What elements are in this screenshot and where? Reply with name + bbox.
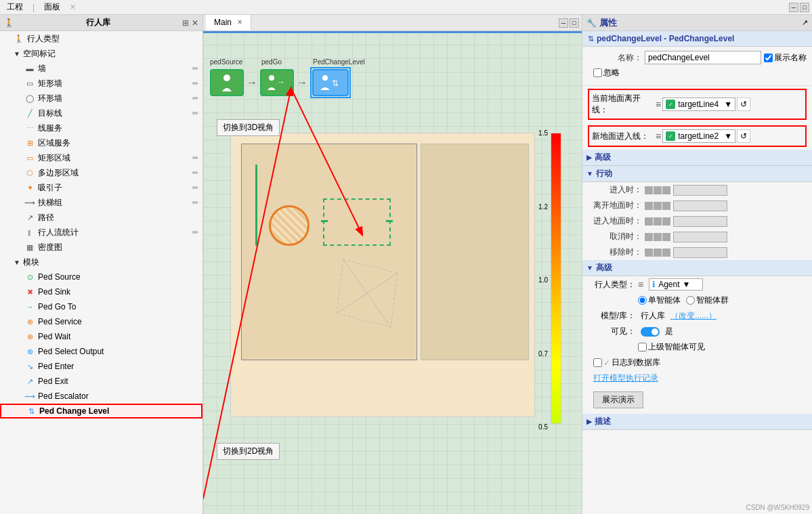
edit-rect-wall-icon[interactable]: ✏ xyxy=(192,79,198,88)
ped-escalator-icon: ⟿ xyxy=(24,391,35,402)
sidebar-item-space-markers[interactable]: ▼ 空间标记 xyxy=(0,46,202,61)
sidebar-item-line-service[interactable]: ⋯ 线服务 xyxy=(0,121,202,135)
sidebar-item-ped-wait[interactable]: ⊗ Ped Wait xyxy=(0,329,202,344)
edit-escalator-icon[interactable]: ✏ xyxy=(192,198,198,207)
advanced-section-1[interactable]: ▶ 高级 xyxy=(582,150,812,166)
model-library-value: 行人库 xyxy=(641,310,665,322)
sidebar-item-escalator[interactable]: ⟿ 扶梯组 ✏ xyxy=(0,195,202,210)
flow-icon: ⫿ xyxy=(24,227,35,238)
sidebar-item-ped-source[interactable]: ⊙ Ped Source xyxy=(0,270,202,284)
current-floor-refresh-button[interactable]: ↺ xyxy=(737,98,750,111)
remove-label: 移除时： xyxy=(588,247,642,258)
current-floor-controls: ≡ ✓ targetLine4 ▼ ↺ xyxy=(656,98,750,111)
sidebar-item-target-line[interactable]: ╱ 目标线 ✏ xyxy=(0,106,202,121)
current-floor-select[interactable]: ✓ targetLine4 ▼ xyxy=(662,98,735,111)
sidebar-item-ped-service[interactable]: ⊕ Ped Service xyxy=(0,314,202,329)
edit-attractor-icon[interactable]: ✏ xyxy=(192,184,198,192)
parent-visible-checkbox[interactable] xyxy=(638,343,647,351)
tab-main-close[interactable]: ✕ xyxy=(237,18,242,26)
sidebar-item-ped-enter[interactable]: ↘ Ped Enter xyxy=(0,359,202,374)
sidebar-item-density-map[interactable]: ▦ 密度图 xyxy=(0,240,202,255)
sidebar-item-circle-wall[interactable]: ◯ 环形墙 ✏ xyxy=(0,91,202,106)
sidebar-item-ped-select-output[interactable]: ⊛ Ped Select Output xyxy=(0,344,202,359)
sidebar-item-ped-escalator[interactable]: ⟿ Ped Escalator xyxy=(0,389,202,404)
change-model-link[interactable]: （改变......） xyxy=(670,310,717,322)
sidebar-item-pedestrian-types[interactable]: 🚶 行人类型 xyxy=(0,31,202,46)
canvas-area[interactable]: pedSource pedGo PedChangeLevel → → xyxy=(203,31,582,514)
agent-group-radio[interactable] xyxy=(686,296,695,305)
diagonal-shape xyxy=(337,253,404,334)
sidebar-item-ped-flow[interactable]: ⫿ 行人流统计 ✏ xyxy=(0,225,202,240)
sidebar-item-ped-go-to[interactable]: → Ped Go To xyxy=(0,299,202,314)
enter-box[interactable] xyxy=(673,185,727,196)
sidebar-item-rect-zone[interactable]: ▭ 矩形区域 ✏ xyxy=(0,150,202,165)
canvas-minimize-button[interactable]: ─ xyxy=(559,18,568,28)
menu-item-project[interactable]: 工程 xyxy=(3,0,27,14)
sidebar-item-wall[interactable]: ▬ 墙 ✏ xyxy=(0,61,202,76)
show-name-checkbox[interactable] xyxy=(764,53,773,62)
color-scale-bar xyxy=(551,133,561,424)
ignore-checkbox[interactable] xyxy=(593,68,602,77)
edit-target-line-icon[interactable]: ✏ xyxy=(192,109,198,118)
enter-floor-box[interactable] xyxy=(673,216,727,227)
agent-dropdown-icon[interactable]: ▼ xyxy=(683,280,691,289)
flow-arrow-2: → xyxy=(297,77,307,89)
sidebar-item-ped-sink[interactable]: ✖ Ped Sink xyxy=(0,284,202,299)
panel-grid-icon[interactable]: ⊞ xyxy=(182,18,189,28)
sidebar-item-ped-change-level[interactable]: ⇅ Ped Change Level xyxy=(0,404,202,419)
single-agent-option[interactable]: 单智能体 xyxy=(638,295,681,306)
flow-node-change-level[interactable]: ⇅ xyxy=(312,69,349,96)
tab-main-label: Main xyxy=(214,18,232,27)
visible-row: 可见： 是 xyxy=(588,326,807,337)
minimize-button[interactable]: ─ xyxy=(789,3,798,12)
new-floor-refresh-button[interactable]: ↺ xyxy=(737,129,750,143)
log-link-row: 打开模型执行记录 xyxy=(588,372,807,384)
demo-button[interactable]: 展示演示 xyxy=(593,391,643,408)
ped-select-output-icon: ⊛ xyxy=(24,346,35,357)
remove-box[interactable] xyxy=(673,247,727,258)
sidebar-item-modules[interactable]: ▼ 模块 xyxy=(0,255,202,270)
view-3d-button[interactable]: 切换到3D视角 xyxy=(217,119,280,136)
modules-expand-icon: ▼ xyxy=(14,259,20,266)
sidebar-item-path[interactable]: ↗ 路径 xyxy=(0,210,202,225)
menu-item-panel[interactable]: 面板 xyxy=(40,0,64,14)
visible-toggle[interactable] xyxy=(641,327,660,337)
name-input[interactable] xyxy=(645,51,761,64)
action-section[interactable]: ▼ 行动 xyxy=(582,166,812,182)
cancel-line-3 xyxy=(662,233,670,241)
panel-close-icon[interactable]: ✕ xyxy=(192,18,198,28)
canvas-maximize-button[interactable]: □ xyxy=(570,18,579,28)
props-external-icon[interactable]: ↗ xyxy=(802,18,808,27)
edit-poly-zone-icon[interactable]: ✏ xyxy=(192,169,198,177)
flow-node-source[interactable] xyxy=(210,69,244,96)
agent-select[interactable]: ℹ Agent ▼ xyxy=(649,278,703,291)
current-floor-dropdown-icon[interactable]: ▼ xyxy=(724,100,732,109)
leave-floor-box[interactable] xyxy=(673,200,727,211)
canvas-tab-main[interactable]: Main ✕ xyxy=(206,15,251,30)
sidebar-item-poly-zone[interactable]: ⬡ 多边形区域 ✏ xyxy=(0,165,202,180)
log-link[interactable]: 打开模型执行记录 xyxy=(588,372,658,384)
edit-circle-wall-icon[interactable]: ✏ xyxy=(192,94,198,103)
edit-flow-icon[interactable]: ✏ xyxy=(192,228,198,237)
view-2d-button[interactable]: 切换到2D视角 xyxy=(217,443,280,460)
new-floor-select-icon: ✓ xyxy=(666,131,675,141)
sidebar-item-attractor[interactable]: ✦ 吸引子 ✏ xyxy=(0,180,202,195)
sidebar-item-rect-wall[interactable]: ▭ 矩形墙 ✏ xyxy=(0,76,202,91)
new-floor-select[interactable]: ✓ targetLine2 ▼ xyxy=(662,129,735,143)
log-db-checkbox[interactable] xyxy=(593,358,602,367)
agent-value: Agent xyxy=(658,280,679,289)
new-floor-dropdown-icon[interactable]: ▼ xyxy=(724,131,732,141)
agent-group-option[interactable]: 智能体群 xyxy=(686,295,729,306)
ped-go-to-icon: → xyxy=(24,301,35,312)
cancel-box[interactable] xyxy=(673,232,727,242)
sidebar-item-zone-service[interactable]: ⊞ 区域服务 xyxy=(0,135,202,150)
single-agent-radio[interactable] xyxy=(638,296,647,305)
edit-wall-icon[interactable]: ✏ xyxy=(192,64,198,73)
describe-section[interactable]: ▶ 描述 xyxy=(582,414,812,430)
maximize-button[interactable]: □ xyxy=(800,3,809,12)
edit-rect-zone-icon[interactable]: ✏ xyxy=(192,154,198,163)
advanced-section-2[interactable]: ▼ 高级 xyxy=(582,260,812,276)
sidebar-item-ped-exit[interactable]: ↗ Ped Exit xyxy=(0,374,202,389)
flow-node-goto[interactable]: → xyxy=(260,69,294,96)
svg-text:→: → xyxy=(277,77,285,87)
